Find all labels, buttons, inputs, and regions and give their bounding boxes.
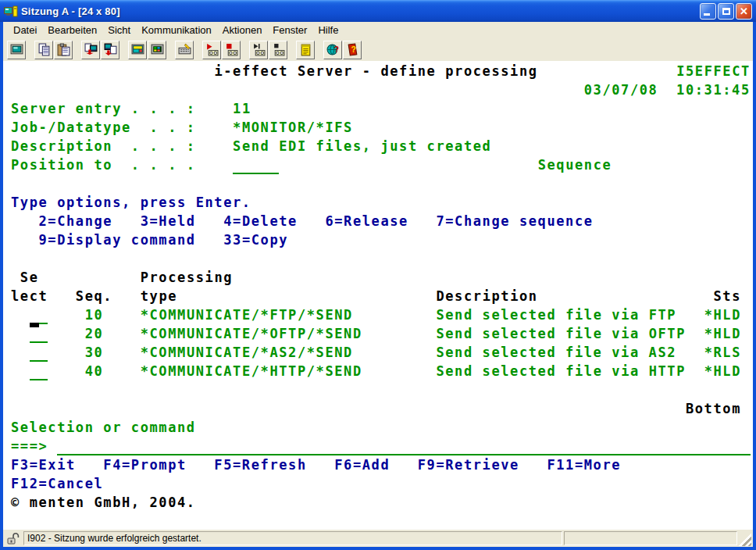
send-file-icon: [84, 43, 98, 56]
terminal-row: 30 *COMMUNICATE/*AS2/*SEND Send selected…: [11, 343, 753, 362]
status-message: I902 - Sitzung wurde erfolgreich gestart…: [23, 531, 562, 545]
terminal-text: 03/07/08 10:31:45: [584, 82, 751, 98]
terminal-text: *MONITOR/*IFS: [233, 120, 353, 135]
terminal-row: Selection or command: [11, 418, 753, 437]
terminal-text: 10: [85, 307, 104, 323]
send-file-to-host-button[interactable]: [81, 41, 100, 59]
terminal-input-field[interactable]: [57, 438, 751, 455]
terminal-screen[interactable]: i-effect Server - define processing I5EF…: [3, 61, 753, 530]
menu-item-hilfe[interactable]: Hilfe: [312, 23, 344, 38]
terminal-text: Send selected file via FTP: [436, 307, 676, 323]
terminal-row: F3=Exit F4=Prompt F5=Refresh F6=Add F9=R…: [11, 455, 753, 474]
terminal-text: 9=Display command 33=Copy: [39, 232, 289, 248]
terminal-text: *COMMUNICATE/*OFTP/*SEND: [141, 326, 362, 341]
help-button[interactable]: ?: [343, 41, 362, 59]
copy-button[interactable]: [34, 41, 53, 59]
resize-grip[interactable]: [739, 534, 751, 546]
display-setup-button[interactable]: [128, 41, 147, 59]
terminal-row: [11, 174, 753, 193]
menu-item-kommunikation[interactable]: Kommunikation: [136, 23, 217, 38]
terminal-row: Job-/Datatype . . : *MONITOR/*IFS: [11, 118, 753, 137]
terminal-text: ===>: [11, 438, 48, 454]
terminal-row: [11, 380, 753, 399]
terminal-text: 11: [233, 101, 251, 116]
keyboard-setup-button[interactable]: [175, 41, 194, 59]
terminal-text: *COMMUNICATE/*AS2/*SEND: [141, 345, 353, 360]
new-session-icon: [10, 43, 23, 56]
terminal-text: Selection or command: [11, 420, 196, 435]
terminal-row: 10 *COMMUNICATE/*FTP/*SEND Send selected…: [11, 305, 753, 324]
record-macro-button[interactable]: [202, 41, 221, 59]
terminal-row: lect Seq. type Description Sts: [11, 287, 753, 305]
menu-item-bearbeiten[interactable]: Bearbeiten: [42, 23, 102, 38]
terminal-row: 03/07/08 10:31:45: [11, 80, 753, 99]
terminal-text: *RLS: [704, 345, 741, 360]
title-bar[interactable]: Sitzung A - [24 x 80] ✕: [0, 0, 756, 22]
receive-file-from-host-button[interactable]: [101, 41, 119, 59]
terminal-text: *COMMUNICATE/*FTP/*SEND: [141, 307, 353, 323]
terminal-text: type: [141, 288, 177, 304]
paste-button[interactable]: [54, 41, 73, 59]
terminal-text: Job-/Datatype . . :: [11, 120, 196, 135]
maximize-icon: [722, 8, 730, 15]
terminal-text: Server entry . . . :: [11, 101, 196, 116]
clipboard-icon: [299, 43, 312, 56]
terminal-row: Position to . . . . Sequence: [11, 155, 753, 174]
terminal-text: F12=Cancel: [11, 476, 103, 491]
terminal-text: Description: [436, 288, 537, 304]
terminal-input-field[interactable]: [233, 157, 279, 174]
stop-macro-icon: [225, 43, 238, 56]
close-icon: ✕: [736, 5, 751, 17]
svg-text:?: ?: [351, 45, 355, 54]
play-macro-button[interactable]: [249, 41, 268, 59]
close-button[interactable]: ✕: [736, 3, 752, 20]
color-setup-icon: [151, 43, 164, 56]
keyboard-setup-icon: [178, 43, 191, 56]
terminal-input-field[interactable]: [39, 307, 48, 324]
terminal-text: Send selected file via AS2: [436, 345, 676, 360]
menu-item-sicht[interactable]: Sicht: [102, 23, 136, 38]
play-macro-icon: [252, 43, 266, 56]
menu-item-aktionen[interactable]: Aktionen: [217, 23, 268, 38]
terminal-row: 9=Display command 33=Copy: [11, 230, 753, 249]
terminal-text: Send selected file via HTTP: [436, 363, 686, 379]
terminal-row: © menten GmbH, 2004.: [11, 493, 753, 512]
maximize-button[interactable]: [718, 3, 734, 20]
stop-macro-button[interactable]: [222, 41, 241, 59]
status-panel-secondary: [564, 531, 737, 545]
minimize-button[interactable]: [700, 3, 716, 20]
terminal-row: Type options, press Enter.: [11, 193, 753, 212]
minimize-icon: [704, 13, 710, 16]
terminal-text: Send EDI files, just created: [233, 138, 491, 154]
terminal-text: © menten GmbH, 2004.: [11, 495, 196, 510]
terminal-row: Server entry . . . : 11: [11, 99, 753, 118]
terminal-row: ===>: [11, 437, 753, 455]
window-title: Sitzung A - [24 x 80]: [21, 5, 700, 17]
pause-macro-button[interactable]: [269, 41, 287, 59]
terminal-input-field[interactable]: [30, 363, 48, 380]
svg-text:?: ?: [333, 45, 338, 54]
record-macro-icon: [205, 43, 219, 56]
web-support-button[interactable]: ?: [323, 41, 342, 59]
terminal-input-field[interactable]: [30, 326, 48, 343]
menu-item-fenster[interactable]: Fenster: [267, 23, 312, 38]
terminal-text: *HLD: [704, 326, 741, 341]
receive-file-icon: [104, 43, 117, 56]
terminal-row: Description . . . : Send EDI files, just…: [11, 137, 753, 155]
terminal-row: Bottom: [11, 399, 753, 418]
terminal-input-field[interactable]: [30, 345, 48, 362]
toolbar: ? ?: [3, 38, 753, 61]
new-session-button[interactable]: [7, 41, 26, 59]
unlocked-padlock-icon: [6, 532, 20, 545]
terminal-row: 2=Change 3=Held 4=Delete 6=Release 7=Cha…: [11, 212, 753, 230]
terminal-row: F12=Cancel: [11, 474, 753, 493]
status-bar: I902 - Sitzung wurde erfolgreich gestart…: [3, 530, 753, 547]
terminal-text: Type options, press Enter.: [11, 195, 251, 210]
terminal-text: *COMMUNICATE/*HTTP/*SEND: [141, 363, 362, 379]
clipboard-button[interactable]: [296, 41, 315, 59]
terminal-text: Se: [20, 270, 39, 285]
menu-item-datei[interactable]: Datei: [8, 23, 42, 38]
help-icon: ?: [346, 43, 359, 56]
color-setup-button[interactable]: [148, 41, 166, 59]
terminal-text: 30: [85, 345, 104, 360]
